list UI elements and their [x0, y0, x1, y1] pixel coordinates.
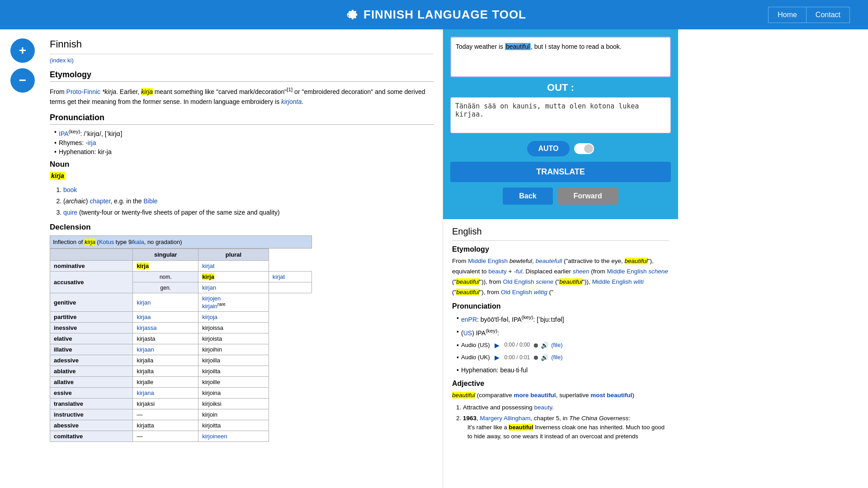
middle-english-link-1[interactable]: Middle English	[468, 258, 508, 264]
audio-us-file-link[interactable]: (file)	[551, 341, 562, 350]
out-label: OUT :	[450, 77, 671, 97]
forward-button[interactable]: Forward	[557, 188, 618, 205]
header: FINNISH LANGUAGE TOOL Home Contact	[0, 0, 868, 29]
kirjaa-link[interactable]: kirjaa	[137, 314, 151, 320]
acc-nom-pl: kirjat	[269, 272, 311, 282]
tra-pl: kirjoiksi	[198, 399, 269, 409]
kirjan-gen-link[interactable]: kirjan	[202, 284, 216, 291]
kirjassa-link[interactable]: kirjassa	[137, 324, 156, 331]
abe-pl: kirjoitta	[198, 420, 269, 431]
citation-text: It's rather like a beautiful Inverness c…	[467, 423, 669, 441]
audio-us-label: Audio (US)	[461, 341, 490, 350]
kirjat-nom-link[interactable]: kirjat	[202, 263, 214, 269]
wlitig-link[interactable]: wlitig	[534, 289, 547, 296]
english-etymology-text: From Middle English bewteful, beautefull…	[452, 256, 669, 298]
ipa-label: IPA	[512, 315, 522, 323]
case-illative: illative	[50, 344, 133, 355]
play-us-button[interactable]: ▶	[493, 341, 502, 350]
index-ki-link[interactable]: index ki	[52, 57, 71, 64]
translate-button[interactable]: TRANSLATE	[450, 162, 671, 182]
remove-button[interactable]: −	[10, 68, 35, 93]
kotus-link[interactable]: Kotus	[99, 239, 114, 245]
beauty-adj-link[interactable]: beauty	[534, 404, 552, 411]
adj-def-2: 1963, Margery Allingham, chapter 5, in T…	[463, 414, 669, 441]
middle-english-link-2[interactable]: Middle English	[607, 268, 647, 275]
play-uk-button[interactable]: ▶	[493, 353, 502, 362]
most-beautiful-link[interactable]: most beautiful	[590, 392, 632, 399]
all-sg: kirjalle	[133, 377, 198, 388]
ine-sg: kirjassa	[133, 323, 198, 333]
kirjoja-link[interactable]: kirjoja	[202, 314, 217, 320]
com-pl: kirjoineen	[198, 431, 269, 442]
kirjana-link[interactable]: kirjana	[137, 389, 154, 396]
nav-row: Back Forward	[450, 188, 671, 205]
nav-contact[interactable]: Contact	[806, 7, 850, 23]
middle-english-link-3[interactable]: Middle English	[592, 278, 632, 285]
enpr-label[interactable]: enPR	[461, 315, 477, 323]
hyphenation-item: Hyphenation: beau·ti·ful	[457, 365, 669, 375]
etymology-text: From Proto-Finnic *kirja. Earlier, kirja…	[50, 85, 434, 107]
case-elative: elative	[50, 333, 133, 344]
auto-toggle[interactable]	[574, 143, 594, 154]
gen-sg: kirjan	[133, 293, 198, 312]
us-link[interactable]: US	[463, 329, 472, 336]
kirjojen-link[interactable]: kirjojen	[202, 295, 221, 302]
app-title: FINNISH LANGUAGE TOOL	[363, 8, 526, 22]
proto-finnic-link[interactable]: Proto-Finnic	[66, 88, 100, 95]
acc-gen-sg: kirjan	[198, 282, 269, 293]
ade-pl: kirjoilla	[198, 355, 269, 366]
table-row: instructive — kirjoin	[50, 409, 312, 420]
kala-link[interactable]: kala	[133, 239, 144, 245]
kirjonta-link[interactable]: kirjonta	[281, 98, 302, 105]
sciene-link[interactable]: sciene	[536, 278, 553, 285]
adjective-title: Adjective	[452, 380, 669, 388]
table-row: ablative kirjalta kirjoilta	[50, 366, 312, 377]
def-item-3: quire (twenty-four or twenty-five sheets…	[63, 208, 434, 217]
beauty-link[interactable]: beauty	[488, 268, 507, 275]
case-ablative: ablative	[50, 366, 133, 377]
bible-link[interactable]: Bible	[143, 197, 157, 205]
auto-button[interactable]: AUTO	[527, 141, 569, 156]
col-header-singular: singular	[133, 249, 198, 261]
ful-link[interactable]: -ful	[514, 268, 522, 275]
wliti-link[interactable]: wliti	[633, 278, 644, 285]
old-english-link-1[interactable]: Old English	[503, 278, 534, 285]
rhymes-link[interactable]: -irja	[85, 139, 96, 146]
nav-home[interactable]: Home	[768, 7, 806, 23]
back-button[interactable]: Back	[503, 188, 552, 205]
translator-output[interactable]: Tänään sää on kaunis, mutta olen kotona …	[450, 97, 671, 133]
book-link[interactable]: book	[63, 186, 77, 193]
old-english-link-2[interactable]: Old English	[501, 289, 532, 296]
table-row: essive kirjana kirjoina	[50, 388, 312, 399]
chapter-link[interactable]: chapter	[90, 197, 110, 205]
beautefull-link[interactable]: beautefull	[536, 258, 562, 264]
case-comitative: comitative	[50, 431, 133, 442]
sheen-link[interactable]: sheen	[573, 268, 590, 275]
add-button[interactable]: +	[10, 38, 35, 63]
all-pl: kirjoille	[198, 377, 269, 388]
kirjaan-link[interactable]: kirjaan	[137, 346, 154, 353]
table-row: abessive kirjatta kirjoitta	[50, 420, 312, 431]
audio-uk-file-link[interactable]: (file)	[551, 353, 562, 362]
ess-pl: kirjoina	[198, 388, 269, 399]
case-essive: essive	[50, 388, 133, 399]
sidebar-buttons: + −	[0, 29, 45, 488]
case-inessive: inessive	[50, 323, 133, 333]
comparative-label: comparative	[479, 392, 512, 399]
kirjoineen-link[interactable]: kirjoineen	[202, 433, 227, 440]
def-item-1: book	[63, 185, 434, 195]
acc-nom-sg: kirja	[198, 272, 269, 282]
quire-link[interactable]: quire	[63, 209, 77, 216]
kirjan-link[interactable]: kirjan	[137, 299, 151, 306]
more-beautiful-link[interactable]: more beautiful	[514, 392, 556, 399]
inflection-caption: Inflection of kirja (Kotus type 9/kala, …	[50, 235, 312, 249]
schene-link[interactable]: schene	[648, 268, 668, 275]
ipa-link[interactable]: IPA	[59, 130, 69, 137]
author-link[interactable]: Margery Allingham	[480, 415, 531, 422]
audio-uk-icons: ⏺ 🔊	[533, 352, 548, 362]
superlative-label: superlative	[559, 392, 589, 399]
case-genitive: genitive	[50, 293, 133, 312]
kirjain-link[interactable]: kirjain	[202, 303, 217, 310]
case-translative: translative	[50, 399, 133, 409]
kirjat-acc-link[interactable]: kirjat	[273, 273, 285, 280]
